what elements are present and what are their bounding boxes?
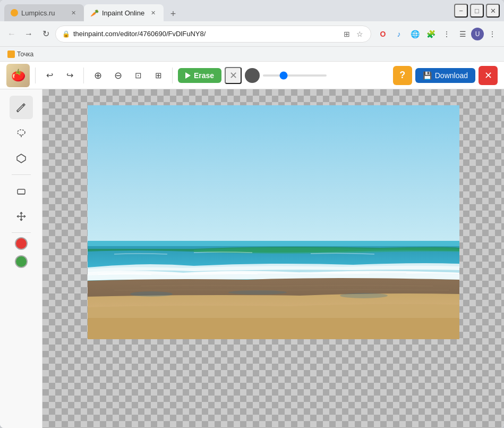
- address-text: theinpaint.com/editor/4760690/FvDlFuNY8/: [73, 30, 339, 38]
- brush-tool[interactable]: [10, 96, 33, 119]
- download-disk-icon: 💾: [423, 71, 432, 80]
- download-button[interactable]: 💾 Download: [415, 68, 475, 83]
- move-tool[interactable]: [10, 205, 33, 228]
- svg-rect-12: [88, 318, 459, 339]
- address-bar: ← → ↻ 🔒 theinpaint.com/editor/4760690/Fv…: [0, 21, 504, 47]
- bookmarks-bar: Точка: [0, 47, 504, 62]
- canvas-area[interactable]: [42, 89, 504, 428]
- svg-point-11: [340, 293, 388, 298]
- chrome-menu-icon[interactable]: ⋮: [485, 27, 500, 41]
- tab-inpaint-close[interactable]: ✕: [149, 9, 157, 17]
- extensions-icon[interactable]: O: [375, 27, 390, 41]
- beach-scene-svg: [88, 105, 459, 339]
- translate-icon[interactable]: ⊞: [342, 29, 352, 39]
- menu-dots-icon[interactable]: ⋮: [439, 27, 454, 41]
- app-toolbar: 🍅 ↩ ↪ ⊕ ⊖ ⊡ ⊞ Erase ✕ ? 💾 D: [0, 62, 504, 89]
- bookmark-star-icon[interactable]: ☆: [355, 29, 364, 39]
- new-tab-button[interactable]: +: [166, 6, 181, 21]
- tab-lumpics-close[interactable]: ✕: [69, 9, 78, 17]
- brush-dot-indicator: [245, 68, 260, 83]
- erase-play-icon: [185, 72, 191, 79]
- svg-marker-2: [17, 154, 25, 163]
- address-input-wrap[interactable]: 🔒 theinpaint.com/editor/4760690/FvDlFuNY…: [55, 26, 371, 43]
- address-icons: ⊞ ☆: [342, 29, 364, 39]
- red-color-swatch[interactable]: [15, 237, 28, 250]
- browser-toolbar-icons: O ♪ 🌐 🧩 ⋮ ☰ U ⋮: [375, 27, 500, 41]
- redo-button[interactable]: ↪: [61, 67, 78, 84]
- app-content: 🍅 ↩ ↪ ⊕ ⊖ ⊡ ⊞ Erase ✕ ? 💾 D: [0, 62, 504, 428]
- tools-separator-2: [12, 232, 31, 233]
- polygon-tool[interactable]: [10, 147, 33, 170]
- toolbar-right: ? 💾 Download ✕: [393, 66, 498, 85]
- tab-inpaint-label: Inpaint Online: [102, 9, 144, 17]
- close-window-button[interactable]: ✕: [486, 4, 500, 18]
- left-sidebar: [0, 89, 42, 428]
- lumpics-favicon: [11, 9, 18, 16]
- help-button[interactable]: ?: [393, 66, 412, 85]
- window-controls: − □ ✕: [454, 4, 500, 18]
- reload-button[interactable]: ↻: [38, 27, 53, 41]
- download-label: Download: [435, 71, 468, 80]
- maximize-button[interactable]: □: [470, 4, 484, 18]
- cancel-erase-button[interactable]: ✕: [225, 67, 242, 84]
- back-button[interactable]: ←: [4, 27, 19, 41]
- toolbar-separator-2: [83, 68, 84, 83]
- lock-icon: 🔒: [62, 30, 70, 38]
- svg-point-0: [18, 130, 25, 135]
- tools-separator-1: [12, 174, 31, 175]
- toolbar-separator-3: [172, 68, 173, 83]
- close-editor-button[interactable]: ✕: [479, 66, 498, 85]
- canvas-image: [88, 105, 459, 339]
- eraser-tool[interactable]: [10, 179, 33, 203]
- tabs-bar: Lumpics.ru ✕ 🥕 Inpaint Online ✕ +: [4, 0, 452, 21]
- web-icon[interactable]: 🌐: [407, 27, 422, 41]
- browser-window: Lumpics.ru ✕ 🥕 Inpaint Online ✕ + − □ ✕ …: [0, 0, 504, 428]
- erase-button[interactable]: Erase: [178, 68, 221, 83]
- brush-size-control: [245, 68, 327, 83]
- tab-lumpics-label: Lumpics.ru: [21, 9, 55, 17]
- inpaint-favicon: 🥕: [90, 9, 99, 17]
- zoom-out-button[interactable]: ⊖: [109, 67, 126, 84]
- green-color-swatch[interactable]: [15, 255, 28, 268]
- tab-inpaint[interactable]: 🥕 Inpaint Online ✕: [84, 4, 164, 21]
- title-bar: Lumpics.ru ✕ 🥕 Inpaint Online ✕ + − □ ✕: [0, 0, 504, 21]
- zoom-in-button[interactable]: ⊕: [89, 67, 106, 84]
- erase-label: Erase: [194, 71, 214, 80]
- lasso-tool[interactable]: [10, 121, 33, 145]
- main-area: [0, 89, 504, 428]
- more-icon[interactable]: ☰: [455, 27, 470, 41]
- bookmark-folder-icon: [7, 51, 15, 58]
- app-logo: 🍅: [6, 64, 30, 87]
- tab-lumpics[interactable]: Lumpics.ru ✕: [4, 4, 84, 21]
- music-icon[interactable]: ♪: [391, 27, 406, 41]
- bookmark-tocka[interactable]: Точка: [4, 49, 37, 59]
- svg-point-9: [130, 291, 173, 297]
- minimize-button[interactable]: −: [454, 4, 468, 18]
- toolbar-separator-1: [35, 68, 36, 83]
- puzzle-icon[interactable]: 🧩: [423, 27, 438, 41]
- svg-rect-3: [18, 189, 25, 194]
- svg-point-10: [228, 290, 287, 295]
- zoom-actual-button[interactable]: ⊞: [150, 67, 167, 84]
- undo-button[interactable]: ↩: [41, 67, 58, 84]
- forward-button[interactable]: →: [21, 27, 36, 41]
- zoom-fit-button[interactable]: ⊡: [130, 67, 147, 84]
- profile-avatar[interactable]: U: [471, 28, 484, 40]
- bookmark-tocka-label: Точка: [17, 51, 33, 58]
- svg-rect-5: [88, 105, 459, 249]
- brush-size-slider[interactable]: [263, 74, 327, 77]
